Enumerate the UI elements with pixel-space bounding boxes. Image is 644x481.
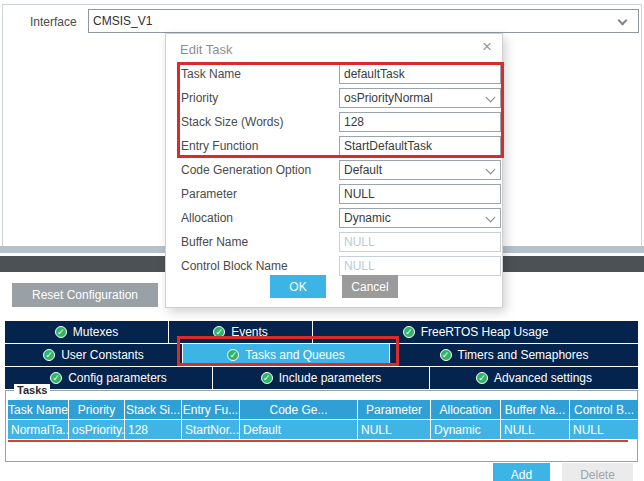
priority-dropdown[interactable]: osPriorityNormal — [339, 88, 501, 108]
col-parameter: Parameter — [358, 400, 430, 419]
check-icon: ✓ — [476, 372, 488, 384]
buffer-name-input: NULL — [339, 232, 501, 252]
priority-label: Priority — [181, 91, 339, 105]
tab-row-2: ✓ User Constants ✓ Tasks and Queues ✓ Ti… — [5, 344, 638, 366]
check-icon: ✓ — [440, 349, 452, 361]
control-block-input: NULL — [339, 256, 501, 276]
cell-code-generation[interactable]: Default — [240, 420, 357, 439]
check-icon: ✓ — [43, 349, 55, 361]
cell-entry-function[interactable]: StartNor... — [182, 420, 239, 439]
check-icon: ✓ — [403, 326, 415, 338]
check-icon: ✓ — [261, 372, 273, 384]
dialog-buttons: OK Cancel — [166, 275, 502, 298]
edit-task-dialog: Edit Task × Task Name defaultTask Priori… — [165, 33, 503, 308]
add-task-button[interactable]: Add — [493, 463, 550, 481]
buffer-name-label: Buffer Name — [181, 235, 339, 249]
task-name-input[interactable]: defaultTask — [339, 64, 501, 84]
ok-button[interactable]: OK — [270, 275, 326, 298]
interface-dropdown-value: CMSIS_V1 — [93, 14, 152, 28]
code-generation-dropdown[interactable]: Default — [339, 160, 501, 180]
cell-allocation[interactable]: Dynamic — [431, 420, 500, 439]
tab-freertos-heap-usage[interactable]: ✓ FreeRTOS Heap Usage — [313, 321, 638, 343]
tab-row-3: ✓ Config parameters ✓ Include parameters… — [5, 367, 638, 389]
check-icon: ✓ — [227, 349, 239, 361]
table-row[interactable]: NormalTa... osPriority... 128 StartNor..… — [8, 420, 638, 439]
cancel-button[interactable]: Cancel — [342, 275, 398, 298]
col-buffer-name: Buffer Na... — [501, 400, 569, 419]
allocation-dropdown[interactable]: Dynamic — [339, 208, 501, 228]
tab-timers-and-semaphores[interactable]: ✓ Timers and Semaphores — [390, 344, 638, 366]
col-control-block: Control B... — [570, 400, 638, 419]
delete-task-button: Delete — [562, 463, 633, 481]
field-row-code-generation: Code Generation Option Default — [166, 158, 502, 182]
tab-row-1: ✓ Mutexes ✓ Events ✓ FreeRTOS Heap Usage — [5, 321, 638, 343]
field-row-allocation: Allocation Dynamic — [166, 206, 502, 230]
tasks-table: Task Name Priority Stack Si... Entry Fu.… — [8, 400, 638, 442]
entry-function-label: Entry Function — [181, 139, 339, 153]
interface-label: Interface — [30, 15, 77, 29]
check-icon: ✓ — [213, 326, 225, 338]
dialog-fields: Task Name defaultTask Priority osPriorit… — [166, 62, 502, 278]
tasks-groupbox-title: Tasks — [14, 384, 50, 396]
tab-mutexes[interactable]: ✓ Mutexes — [5, 321, 168, 343]
tab-include-parameters[interactable]: ✓ Include parameters — [213, 367, 429, 389]
cell-control-block[interactable]: NULL — [570, 420, 638, 439]
close-icon[interactable]: × — [482, 37, 492, 57]
check-icon: ✓ — [50, 372, 62, 384]
cell-parameter[interactable]: NULL — [358, 420, 430, 439]
entry-function-input[interactable]: StartDefaultTask — [339, 136, 501, 156]
field-row-stack-size: Stack Size (Words) 128 — [166, 110, 502, 134]
col-task-name: Task Name — [8, 400, 68, 419]
check-icon: ✓ — [55, 326, 67, 338]
col-entry-function: Entry Fu... — [182, 400, 239, 419]
tab-events[interactable]: ✓ Events — [169, 321, 312, 343]
field-row-priority: Priority osPriorityNormal — [166, 86, 502, 110]
col-code-generation: Code Ge... — [240, 400, 357, 419]
config-tabs: ✓ Mutexes ✓ Events ✓ FreeRTOS Heap Usage… — [5, 321, 638, 390]
chevron-down-icon — [486, 213, 496, 223]
col-priority: Priority — [69, 400, 124, 419]
reset-configuration-button[interactable]: Reset Configuration — [12, 283, 158, 307]
freertos-configuration-page: Interface CMSIS_V1 Reset Configuration ✓… — [0, 0, 644, 481]
chevron-down-icon — [618, 16, 628, 26]
col-allocation: Allocation — [431, 400, 500, 419]
interface-dropdown[interactable]: CMSIS_V1 — [88, 9, 639, 33]
cell-priority[interactable]: osPriority... — [69, 420, 124, 439]
chevron-down-icon — [486, 93, 496, 103]
tab-advanced-settings[interactable]: ✓ Advanced settings — [430, 367, 638, 389]
allocation-label: Allocation — [181, 211, 339, 225]
task-name-label: Task Name — [181, 67, 339, 81]
field-row-parameter: Parameter NULL — [166, 182, 502, 206]
field-row-buffer-name: Buffer Name NULL — [166, 230, 502, 254]
stack-size-label: Stack Size (Words) — [181, 115, 339, 129]
dialog-title: Edit Task — [180, 42, 233, 57]
col-stack-size: Stack Si... — [125, 400, 181, 419]
tab-user-constants[interactable]: ✓ User Constants — [5, 344, 182, 366]
parameter-label: Parameter — [181, 187, 339, 201]
tab-tasks-and-queues[interactable]: ✓ Tasks and Queues — [183, 344, 389, 366]
cell-task-name[interactable]: NormalTa... — [8, 420, 68, 439]
control-block-label: Control Block Name — [181, 259, 339, 273]
stack-size-input[interactable]: 128 — [339, 112, 501, 132]
tasks-groupbox: Tasks Task Name Priority Stack Si... Ent… — [5, 390, 638, 462]
cell-stack-size[interactable]: 128 — [125, 420, 181, 439]
highlight-underline-task-row — [8, 440, 628, 442]
parameter-input[interactable]: NULL — [339, 184, 501, 204]
tasks-table-header: Task Name Priority Stack Si... Entry Fu.… — [8, 400, 638, 419]
field-row-entry-function: Entry Function StartDefaultTask — [166, 134, 502, 158]
chevron-down-icon — [486, 165, 496, 175]
code-generation-label: Code Generation Option — [181, 163, 339, 177]
field-row-task-name: Task Name defaultTask — [166, 62, 502, 86]
cell-buffer-name[interactable]: NULL — [501, 420, 569, 439]
